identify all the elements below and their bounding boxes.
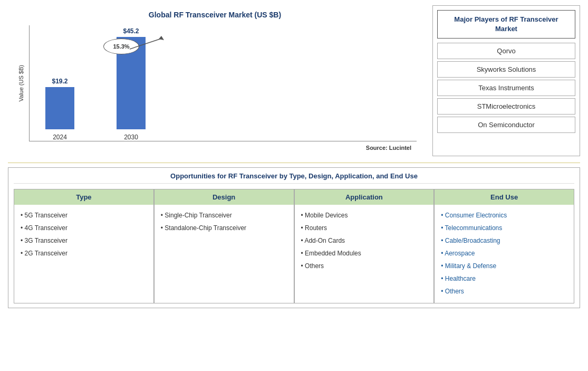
bar-2024: $19.2 2024 — [45, 78, 74, 141]
col-design-header: Design — [155, 189, 294, 205]
col-application: Application Mobile Devices Routers Add-O… — [294, 189, 435, 303]
col-type-header: Type — [14, 189, 153, 205]
chart-title: Global RF Transceiver Market (US $B) — [13, 11, 417, 19]
bar-2024-value: $19.2 — [52, 78, 68, 85]
page-wrapper: Global RF Transceiver Market (US $B) Val… — [0, 0, 588, 371]
svg-line-0 — [130, 39, 161, 49]
cagr-annotation: 15.3% — [103, 39, 139, 54]
type-item-4g: 4G Transceiver — [14, 222, 153, 234]
bar-2030-label: 2030 — [124, 134, 138, 141]
app-item-others: Others — [295, 260, 434, 272]
app-item-routers: Routers — [295, 222, 434, 234]
chart-container: Global RF Transceiver Market (US $B) Val… — [8, 5, 427, 156]
app-item-embedded: Embedded Modules — [295, 247, 434, 260]
enduse-item-military: Military & Defense — [435, 260, 574, 272]
enduse-item-healthcare: Healthcare — [435, 272, 574, 285]
player-row-skyworks: Skyworks Solutions — [437, 61, 575, 78]
bar-2024-label: 2024 — [53, 134, 67, 141]
enduse-item-aerospace: Aerospace — [435, 247, 574, 260]
player-row-qorvo: Qorvo — [437, 43, 575, 59]
player-row-ti: Texas Instruments — [437, 80, 575, 96]
bar-2024-rect — [45, 87, 74, 129]
type-item-3g: 3G Transceiver — [14, 234, 153, 247]
enduse-item-cable: Cable/Broadcasting — [435, 234, 574, 247]
cagr-arrow-icon — [130, 36, 167, 57]
player-row-onsemi: On Semiconductor — [437, 117, 575, 133]
type-item-5g: 5G Transceiver — [14, 209, 153, 222]
bar-2030-value: $45.2 — [123, 27, 139, 35]
opportunities-title: Opportunities for RF Transceiver by Type… — [14, 172, 574, 184]
col-enduse-header: End Use — [435, 189, 574, 205]
col-type: Type 5G Transceiver 4G Transceiver 3G Tr… — [14, 189, 154, 303]
app-item-mobile: Mobile Devices — [295, 209, 434, 222]
player-row-st: STMicroelectronics — [437, 98, 575, 115]
design-item-standalone: Standalone-Chip Transceiver — [155, 222, 294, 234]
col-enduse: End Use Consumer Electronics Telecommuni… — [434, 189, 574, 303]
col-design: Design Single-Chip Transceiver Standalon… — [154, 189, 294, 303]
players-header: Major Players of RF Transceiver Market — [437, 10, 575, 39]
top-section: Global RF Transceiver Market (US $B) Val… — [8, 5, 580, 156]
app-item-addon: Add-On Cards — [295, 234, 434, 247]
section-divider — [8, 163, 580, 163]
y-axis-label: Value (US $B) — [18, 65, 24, 102]
col-application-header: Application — [295, 189, 434, 205]
type-item-2g: 2G Transceiver — [14, 247, 153, 260]
enduse-item-telecom: Telecommunications — [435, 222, 574, 234]
bottom-section: Opportunities for RF Transceiver by Type… — [8, 167, 580, 308]
columns-wrapper: Type 5G Transceiver 4G Transceiver 3G Tr… — [14, 189, 574, 303]
enduse-item-others: Others — [435, 285, 574, 298]
players-container: Major Players of RF Transceiver Market Q… — [432, 5, 580, 156]
source-label: Source: Lucintel — [13, 145, 417, 151]
design-item-singlechip: Single-Chip Transceiver — [155, 209, 294, 222]
enduse-item-consumer: Consumer Electronics — [435, 209, 574, 222]
